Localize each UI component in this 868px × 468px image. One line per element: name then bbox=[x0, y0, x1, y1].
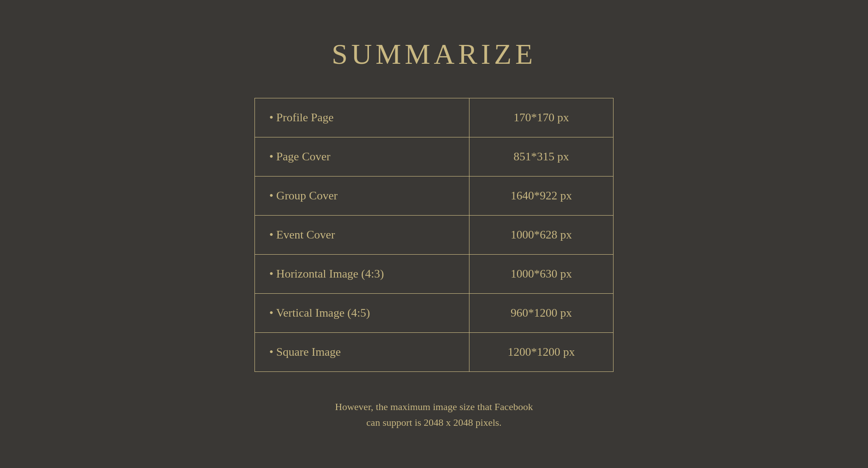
table-row: • Profile Page170*170 px bbox=[255, 98, 613, 137]
cell-label: • Page Cover bbox=[255, 137, 469, 176]
page-title: SUMMARIZE bbox=[332, 38, 536, 71]
cell-value: 1200*1200 px bbox=[469, 333, 613, 371]
footnote-line1: However, the maximum image size that Fac… bbox=[335, 401, 533, 412]
footnote-line2: can support is 2048 x 2048 pixels. bbox=[366, 417, 501, 428]
cell-label: • Square Image bbox=[255, 333, 469, 371]
summary-table: • Profile Page170*170 px• Page Cover851*… bbox=[254, 98, 614, 372]
cell-label: • Horizontal Image (4:3) bbox=[255, 255, 469, 293]
table-row: • Horizontal Image (4:3)1000*630 px bbox=[255, 255, 613, 294]
cell-label: • Group Cover bbox=[255, 177, 469, 215]
cell-label: • Event Cover bbox=[255, 216, 469, 254]
cell-label: • Profile Page bbox=[255, 98, 469, 137]
cell-value: 851*315 px bbox=[469, 137, 613, 176]
table-row: • Event Cover1000*628 px bbox=[255, 216, 613, 255]
page-wrapper: SUMMARIZE • Profile Page170*170 px• Page… bbox=[0, 0, 868, 468]
cell-value: 960*1200 px bbox=[469, 294, 613, 332]
table-row: • Square Image1200*1200 px bbox=[255, 333, 613, 371]
cell-value: 170*170 px bbox=[469, 98, 613, 137]
cell-label: • Vertical Image (4:5) bbox=[255, 294, 469, 332]
table-row: • Group Cover1640*922 px bbox=[255, 177, 613, 216]
cell-value: 1000*630 px bbox=[469, 255, 613, 293]
table-row: • Page Cover851*315 px bbox=[255, 137, 613, 177]
footnote: However, the maximum image size that Fac… bbox=[335, 399, 533, 430]
cell-value: 1640*922 px bbox=[469, 177, 613, 215]
table-row: • Vertical Image (4:5)960*1200 px bbox=[255, 294, 613, 333]
cell-value: 1000*628 px bbox=[469, 216, 613, 254]
